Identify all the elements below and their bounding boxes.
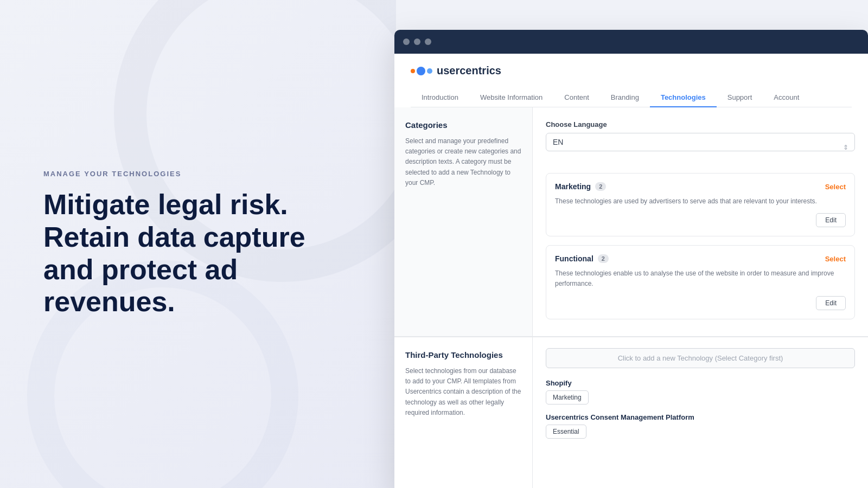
functional-card-header: Functional 2 Select [555,254,846,263]
tab-website-information[interactable]: Website Information [469,88,553,107]
language-select[interactable]: EN DE FR [546,133,855,151]
logo-dot-orange [411,69,415,73]
app-header: usercentrics Introduction Website Inform… [394,54,868,107]
choose-language-label: Choose Language [546,120,855,129]
functional-category-card: Functional 2 Select These technologies e… [546,245,855,319]
logo-text: usercentrics [437,65,501,77]
browser-titlebar [394,30,868,54]
shopify-tag: Marketing [546,390,589,404]
marketing-edit-button[interactable]: Edit [816,213,846,227]
left-panel: MANAGE YOUR TECHNOLOGIES Mitigate legal … [0,0,396,488]
browser-window: usercentrics Introduction Website Inform… [394,30,868,488]
third-party-description: Select technologies from our database to… [405,366,521,418]
functional-edit-button[interactable]: Edit [816,296,846,310]
logo-text-bold: centrics [459,65,501,76]
nav-tabs: Introduction Website Information Content… [411,88,852,107]
functional-description: These technologies enable us to analyse … [555,268,846,289]
functional-select-link[interactable]: Select [825,255,846,263]
tab-technologies[interactable]: Technologies [650,88,717,107]
tab-branding[interactable]: Branding [600,88,650,107]
logo-dot-blue-large [417,67,425,75]
logo-dot-blue-small [427,68,432,74]
bottom-section: Third-Party Technologies Select technolo… [394,336,868,488]
choose-language-section: Choose Language EN DE FR [546,120,855,162]
marketing-badge: 2 [595,182,606,191]
marketing-category-card: Marketing 2 Select These technologies ar… [546,173,855,236]
marketing-title: Marketing 2 [555,182,606,191]
shopify-name: Shopify [546,379,855,387]
categories-title: Categories [405,120,521,130]
marketing-select-link[interactable]: Select [825,183,846,191]
logo-area: usercentrics [411,65,852,77]
headline-text: Mitigate legal risk. Retain data capture… [43,189,353,318]
functional-title: Functional 2 [555,254,609,263]
functional-card-footer: Edit [555,296,846,310]
functional-title-text: Functional [555,254,593,263]
tab-account[interactable]: Account [763,88,810,107]
browser-dot-1 [403,38,410,45]
browser-dot-3 [425,38,431,45]
tech-bottom-panel: Click to add a new Technology (Select Ca… [533,337,868,488]
usercentrics-cmp-tech-item: Usercentrics Consent Management Platform… [546,413,855,439]
third-party-title: Third-Party Technologies [405,350,521,359]
tab-content[interactable]: Content [553,88,600,107]
language-select-wrapper: EN DE FR [546,133,855,162]
shopify-tech-item: Shopify Marketing [546,379,855,404]
marketing-card-header: Marketing 2 Select [555,182,846,191]
third-party-panel: Third-Party Technologies Select technolo… [394,337,533,488]
functional-badge: 2 [598,254,609,263]
eyebrow-text: MANAGE YOUR TECHNOLOGIES [43,170,353,178]
tab-support[interactable]: Support [717,88,763,107]
usercentrics-cmp-name: Usercentrics Consent Management Platform [546,413,855,421]
marketing-card-footer: Edit [555,213,846,227]
categories-description: Select and manage your predefined catego… [405,136,521,188]
usercentrics-cmp-tag: Essential [546,425,586,439]
marketing-description: These technologies are used by advertise… [555,196,846,207]
logo-text-normal: user [437,65,459,76]
add-technology-button[interactable]: Click to add a new Technology (Select Ca… [546,348,855,368]
browser-dot-2 [414,38,420,45]
logo-icon [411,67,432,75]
marketing-title-text: Marketing [555,182,591,191]
tab-introduction[interactable]: Introduction [411,88,469,107]
browser-body: usercentrics Introduction Website Inform… [394,54,868,488]
